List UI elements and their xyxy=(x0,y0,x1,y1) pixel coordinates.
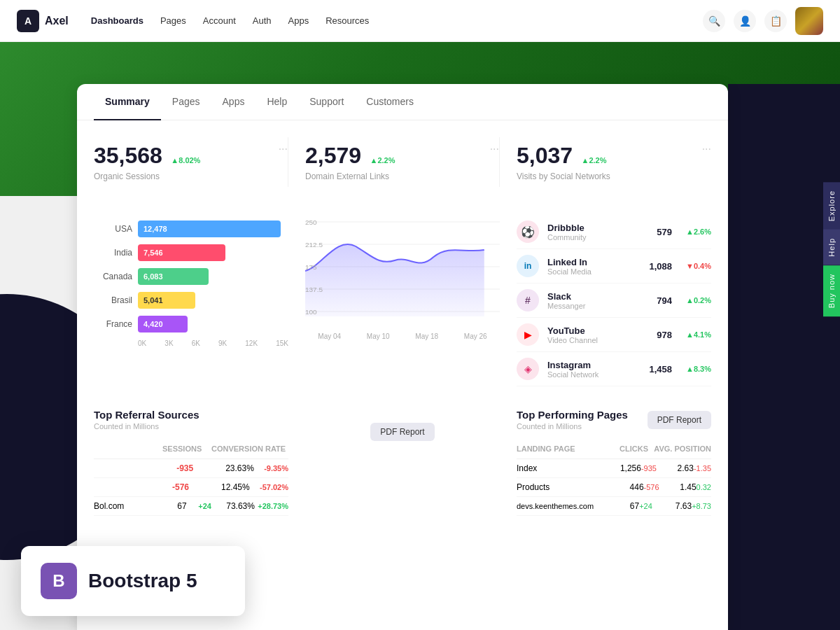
line-chart-section: 250 212.5 175 137.5 100 May 04 May 10 Ma… xyxy=(305,209,500,386)
pdf-report-section: PDF Report xyxy=(305,409,500,516)
top-pages-header: LANDING PAGE CLICKS AVG. POSITION xyxy=(517,439,711,459)
linkedin-icon: in xyxy=(517,255,539,277)
main-area: 🏠 > Dashboards 🌐 Save Earth - Volunteer … xyxy=(0,42,840,630)
country-label-france: France xyxy=(94,319,132,329)
buy-now-button[interactable]: Buy now xyxy=(823,265,840,316)
top-pages-subtitle: Counted in Millions xyxy=(517,422,628,430)
nav-right: 🔍 👤 📋 xyxy=(703,7,823,35)
svg-text:100: 100 xyxy=(305,308,317,315)
nav-auth[interactable]: Auth xyxy=(253,15,272,26)
domain-links-value: 2,579 xyxy=(305,143,361,168)
tab-pages[interactable]: Pages xyxy=(161,84,211,120)
social-item-instagram: ◈ Instagram Social Network 1,458 ▲8.3% xyxy=(517,352,711,386)
social-item-youtube: ▶ YouTube Video Channel 978 ▲4.1% xyxy=(517,318,711,352)
bootstrap-icon: B xyxy=(41,563,77,599)
more-options-1[interactable]: ··· xyxy=(279,143,288,155)
bar-fill-france: 4,420 xyxy=(138,316,188,332)
notifications-button[interactable]: 👤 xyxy=(734,10,756,32)
top-pages-pdf-button[interactable]: PDF Report xyxy=(648,411,711,429)
slack-icon: # xyxy=(517,289,539,312)
tab-summary[interactable]: Summary xyxy=(94,84,161,120)
youtube-icon: ▶ xyxy=(517,323,539,346)
domain-links-badge: ▲2.2% xyxy=(370,156,396,164)
bar-fill-brasil: 5,041 xyxy=(138,292,195,309)
help-side-button[interactable]: Help xyxy=(823,230,840,265)
instagram-icon: ◈ xyxy=(517,358,539,380)
logo-area[interactable]: A Axel xyxy=(17,10,69,32)
bar-container-india: 7,546 xyxy=(138,244,288,261)
logo-name: Axel xyxy=(45,15,69,27)
page-row-index: Index 1,256 -935 2.63 -1.35 xyxy=(517,459,711,478)
page-row-keenthemes: devs.keenthemes.com 67 +24 7.63 +8.73 xyxy=(517,497,711,516)
social-item-linkedin: in Linked In Social Media 1,088 ▼0.4% xyxy=(517,249,711,284)
dribbble-info: Dribbble Community xyxy=(547,223,648,241)
metric-social-visits: ··· 5,037 ▲2.2% Visits by Social Network… xyxy=(517,137,711,187)
dribbble-icon: ⚽ xyxy=(517,220,539,243)
country-label-usa: USA xyxy=(94,224,132,234)
referral-row-bol: Bol.com 67 +24 73.63% +28.73% xyxy=(94,497,288,516)
more-options-2[interactable]: ··· xyxy=(490,143,499,155)
line-chart-svg: 250 212.5 175 137.5 100 xyxy=(305,215,500,327)
svg-text:250: 250 xyxy=(305,218,317,225)
page-row-products: Products 446 -576 1.45 0.32 xyxy=(517,478,711,497)
linkedin-info: Linked In Social Media xyxy=(547,257,640,276)
bar-axis: 0K 3K 6K 9K 12K 15K xyxy=(94,340,288,347)
nav-links: Dashboards Pages Account Auth Apps Resou… xyxy=(91,15,703,26)
bar-chart: USA 12,478 India 7,546 Canad xyxy=(94,220,288,347)
tab-apps[interactable]: Apps xyxy=(211,84,256,120)
referral-row-2: -576 12.45% -57.02% xyxy=(94,478,288,497)
slack-info: Slack Messanger xyxy=(547,291,648,310)
social-item-slack: # Slack Messanger 794 ▲0.2% xyxy=(517,284,711,318)
bootstrap-card: B Bootstrap 5 xyxy=(21,546,245,616)
nav-apps[interactable]: Apps xyxy=(288,15,309,26)
bar-row-canada: Canada 6,083 xyxy=(94,268,288,285)
search-button[interactable]: 🔍 xyxy=(703,10,725,32)
user-avatar[interactable] xyxy=(795,7,823,35)
bar-container-canada: 6,083 xyxy=(138,268,288,285)
tab-customers[interactable]: Customers xyxy=(355,84,425,120)
bar-row-usa: USA 12,478 xyxy=(94,220,288,237)
social-item-dribbble: ⚽ Dribbble Community 579 ▲2.6% xyxy=(517,215,711,249)
bar-row-india: India 7,546 xyxy=(94,244,288,261)
tab-support[interactable]: Support xyxy=(298,84,355,120)
instagram-info: Instagram Social Network xyxy=(547,360,640,379)
bootstrap-label: Bootstrap 5 xyxy=(88,570,197,592)
tab-help[interactable]: Help xyxy=(255,84,298,120)
referral-table-header: SESSIONS CONVERSION RATE xyxy=(94,439,288,459)
more-options-3[interactable]: ··· xyxy=(702,143,711,155)
referral-sources-section: Top Referral Sources Counted in Millions… xyxy=(94,409,288,516)
settings-button[interactable]: 📋 xyxy=(764,10,787,32)
social-visits-badge: ▲2.2% xyxy=(582,156,607,164)
country-label-canada: Canada xyxy=(94,272,132,281)
nav-account[interactable]: Account xyxy=(203,15,236,26)
bar-container-usa: 12,478 xyxy=(138,220,288,237)
social-networks-section: ⚽ Dribbble Community 579 ▲2.6% in xyxy=(517,209,711,386)
organic-sessions-badge: ▲8.02% xyxy=(171,156,200,164)
bar-row-france: France 4,420 xyxy=(94,316,288,332)
metric-domain-links: ··· 2,579 ▲2.2% Domain External Links xyxy=(305,137,500,187)
svg-text:175: 175 xyxy=(305,263,317,270)
bar-chart-section: USA 12,478 India 7,546 Canad xyxy=(94,209,288,386)
nav-resources[interactable]: Resources xyxy=(326,15,369,26)
organic-sessions-label: Organic Sessions xyxy=(94,172,288,181)
organic-sessions-value: 35,568 xyxy=(94,143,162,168)
bar-container-france: 4,420 xyxy=(138,316,288,332)
explore-button[interactable]: Explore xyxy=(823,182,840,230)
country-label-india: India xyxy=(94,248,132,258)
referral-row-1: -935 23.63% -9.35% xyxy=(94,459,288,478)
country-label-brasil: Brasil xyxy=(94,295,132,305)
bar-row-brasil: Brasil 5,041 xyxy=(94,292,288,309)
line-axis-labels: May 04 May 10 May 18 May 26 xyxy=(305,332,500,340)
nav-dashboards[interactable]: Dashboards xyxy=(91,15,144,26)
svg-text:137.5: 137.5 xyxy=(305,286,323,293)
tabs-bar: Summary Pages Apps Help Support Customer… xyxy=(77,84,728,120)
dark-right-panel xyxy=(728,84,840,630)
pdf-report-button[interactable]: PDF Report xyxy=(370,423,434,441)
youtube-info: YouTube Video Channel xyxy=(547,326,648,344)
nav-pages[interactable]: Pages xyxy=(160,15,186,26)
referral-title: Top Referral Sources xyxy=(94,409,288,421)
bottom-grid: Top Referral Sources Counted in Millions… xyxy=(94,409,711,516)
social-list: ⚽ Dribbble Community 579 ▲2.6% in xyxy=(517,215,711,386)
top-navigation: A Axel Dashboards Pages Account Auth App… xyxy=(0,0,840,42)
logo-icon: A xyxy=(17,10,39,32)
